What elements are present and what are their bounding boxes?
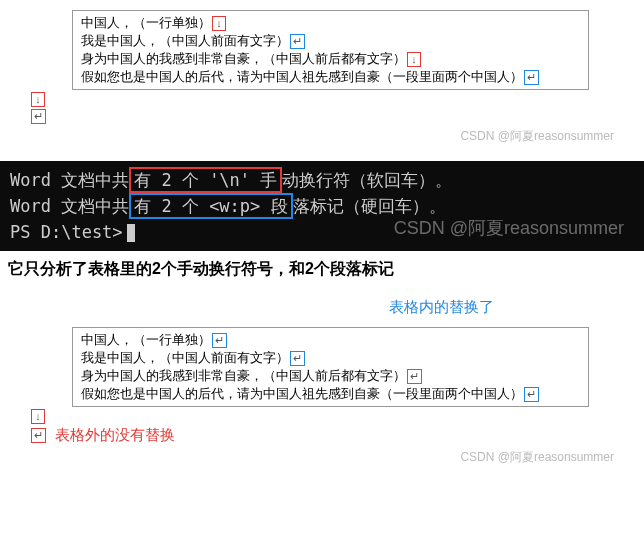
line-text: 假如您也是中国人的后代，请为中国人祖先感到自豪（一段里面两个中国人） bbox=[81, 385, 523, 403]
terminal-text: 动换行符（软回车）。 bbox=[282, 170, 452, 190]
return-icon: ↵ bbox=[31, 109, 46, 124]
label-outside-not-replaced: 表格外的没有替换 bbox=[55, 426, 175, 445]
outside-marks-2: ↓ ↵ 表格外的没有替换 bbox=[30, 409, 644, 445]
down-arrow-icon: ↓ bbox=[31, 92, 45, 107]
terminal-line: PS D:\test> bbox=[10, 219, 634, 245]
doc-section-2: 中国人，（一行单独） ↵ 我是中国人，（中国人前面有文字） ↵ 身为中国人的我感… bbox=[0, 327, 644, 474]
return-icon: ↵ bbox=[524, 70, 539, 85]
return-icon: ↵ bbox=[31, 428, 46, 443]
table-row: 假如您也是中国人的后代，请为中国人祖先感到自豪（一段里面两个中国人） ↵ bbox=[81, 385, 580, 403]
return-icon: ↵ bbox=[290, 34, 305, 49]
table-row: 身为中国人的我感到非常自豪，（中国人前后都有文字） ↓ bbox=[81, 50, 580, 68]
word-table-1: 中国人，（一行单独） ↓ 我是中国人，（中国人前面有文字） ↵ 身为中国人的我感… bbox=[72, 10, 589, 90]
down-arrow-icon: ↓ bbox=[407, 52, 421, 67]
line-text: 假如您也是中国人的后代，请为中国人祖先感到自豪（一段里面两个中国人） bbox=[81, 68, 523, 86]
watermark: CSDN @阿夏reasonsummer bbox=[0, 124, 644, 153]
terminal-text: Word 文档中共 bbox=[10, 170, 129, 190]
down-arrow-icon: ↓ bbox=[31, 409, 45, 424]
doc-section-1: 中国人，（一行单独） ↓ 我是中国人，（中国人前面有文字） ↵ 身为中国人的我感… bbox=[0, 10, 644, 153]
label-inside-replaced: 表格内的替换了 bbox=[0, 298, 644, 317]
word-table-2: 中国人，（一行单独） ↵ 我是中国人，（中国人前面有文字） ↵ 身为中国人的我感… bbox=[72, 327, 589, 407]
terminal-text: 落标记（硬回车）。 bbox=[293, 196, 446, 216]
cursor-icon bbox=[127, 224, 135, 242]
outside-marks-1: ↓ ↵ bbox=[30, 92, 644, 124]
line-text: 中国人，（一行单独） bbox=[81, 14, 211, 32]
analysis-note: 它只分析了表格里的2个手动换行符号，和2个段落标记 bbox=[0, 251, 644, 288]
table-row: 中国人，（一行单独） ↓ bbox=[81, 14, 580, 32]
return-icon: ↵ bbox=[407, 369, 422, 384]
terminal-output: Word 文档中共有 2 个 '\n' 手动换行符（软回车）。 Word 文档中… bbox=[0, 161, 644, 251]
terminal-text: Word 文档中共 bbox=[10, 196, 129, 216]
watermark: CSDN @阿夏reasonsummer bbox=[0, 445, 644, 474]
table-row: 假如您也是中国人的后代，请为中国人祖先感到自豪（一段里面两个中国人） ↵ bbox=[81, 68, 580, 86]
return-icon: ↵ bbox=[524, 387, 539, 402]
highlight-red: 有 2 个 '\n' 手 bbox=[129, 167, 282, 193]
line-text: 我是中国人，（中国人前面有文字） bbox=[81, 32, 289, 50]
table-row: 中国人，（一行单独） ↵ bbox=[81, 331, 580, 349]
return-icon: ↵ bbox=[212, 333, 227, 348]
table-row: 我是中国人，（中国人前面有文字） ↵ bbox=[81, 32, 580, 50]
line-text: 身为中国人的我感到非常自豪，（中国人前后都有文字） bbox=[81, 50, 406, 68]
terminal-line: Word 文档中共有 2 个 '\n' 手动换行符（软回车）。 bbox=[10, 167, 634, 193]
highlight-blue: 有 2 个 <w:p> 段 bbox=[129, 193, 292, 219]
terminal-line: Word 文档中共有 2 个 <w:p> 段落标记（硬回车）。 bbox=[10, 193, 634, 219]
return-icon: ↵ bbox=[290, 351, 305, 366]
line-text: 中国人，（一行单独） bbox=[81, 331, 211, 349]
line-text: 我是中国人，（中国人前面有文字） bbox=[81, 349, 289, 367]
down-arrow-icon: ↓ bbox=[212, 16, 226, 31]
table-row: 身为中国人的我感到非常自豪，（中国人前后都有文字） ↵ bbox=[81, 367, 580, 385]
table-row: 我是中国人，（中国人前面有文字） ↵ bbox=[81, 349, 580, 367]
line-text: 身为中国人的我感到非常自豪，（中国人前后都有文字） bbox=[81, 367, 406, 385]
terminal-prompt: PS D:\test> bbox=[10, 222, 123, 242]
